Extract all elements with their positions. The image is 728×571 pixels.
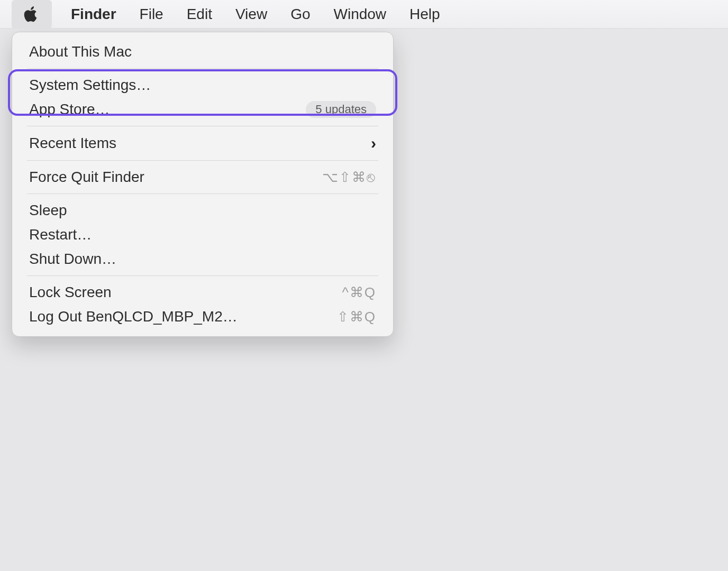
- menu-item-system-settings[interactable]: System Settings…: [12, 73, 393, 97]
- shortcut-label: ⇧⌘Q: [337, 309, 376, 325]
- menu-item-label: Restart…: [29, 226, 92, 243]
- shortcut-label: ⌥⇧⌘⎋: [322, 169, 376, 186]
- shortcut-label: ^⌘Q: [342, 284, 376, 301]
- menu-item-label: Sleep: [29, 202, 67, 219]
- menu-finder[interactable]: Finder: [59, 0, 128, 29]
- menu-item-recent-items[interactable]: Recent Items ›: [12, 131, 393, 156]
- menu-edit[interactable]: Edit: [175, 0, 224, 29]
- menu-item-restart[interactable]: Restart…: [12, 223, 393, 247]
- menu-window[interactable]: Window: [322, 0, 398, 29]
- menu-item-log-out[interactable]: Log Out BenQLCD_MBP_M2… ⇧⌘Q: [12, 305, 393, 329]
- apple-logo-icon: [24, 5, 40, 23]
- menu-item-shut-down[interactable]: Shut Down…: [12, 247, 393, 271]
- apple-menu-button[interactable]: [12, 0, 52, 29]
- menu-item-force-quit[interactable]: Force Quit Finder ⌥⇧⌘⎋: [12, 165, 393, 189]
- chevron-right-icon: ›: [371, 134, 376, 152]
- menu-divider: [27, 194, 378, 194]
- menu-item-about-this-mac[interactable]: About This Mac: [12, 40, 393, 64]
- menu-divider: [27, 68, 378, 69]
- menu-item-label: Log Out BenQLCD_MBP_M2…: [29, 308, 238, 325]
- menu-item-label: Recent Items: [29, 135, 116, 152]
- menu-item-label: Shut Down…: [29, 251, 116, 268]
- updates-badge: 5 updates: [306, 101, 376, 118]
- menu-help[interactable]: Help: [398, 0, 452, 29]
- menu-divider: [27, 126, 378, 126]
- menubar: Finder File Edit View Go Window Help: [0, 0, 728, 29]
- menu-item-sleep[interactable]: Sleep: [12, 198, 393, 223]
- menu-file[interactable]: File: [128, 0, 175, 29]
- menu-item-label: App Store…: [29, 101, 110, 118]
- menu-item-label: System Settings…: [29, 77, 151, 94]
- apple-menu-dropdown: About This Mac System Settings… App Stor…: [12, 32, 394, 337]
- menu-item-app-store[interactable]: App Store… 5 updates: [12, 97, 393, 122]
- menu-go[interactable]: Go: [279, 0, 322, 29]
- menu-item-label: Lock Screen: [29, 284, 112, 301]
- menu-divider: [27, 160, 378, 161]
- menu-item-lock-screen[interactable]: Lock Screen ^⌘Q: [12, 280, 393, 305]
- menu-view[interactable]: View: [224, 0, 279, 29]
- menu-divider: [27, 275, 378, 276]
- menu-item-label: About This Mac: [29, 43, 132, 60]
- menu-item-label: Force Quit Finder: [29, 169, 144, 186]
